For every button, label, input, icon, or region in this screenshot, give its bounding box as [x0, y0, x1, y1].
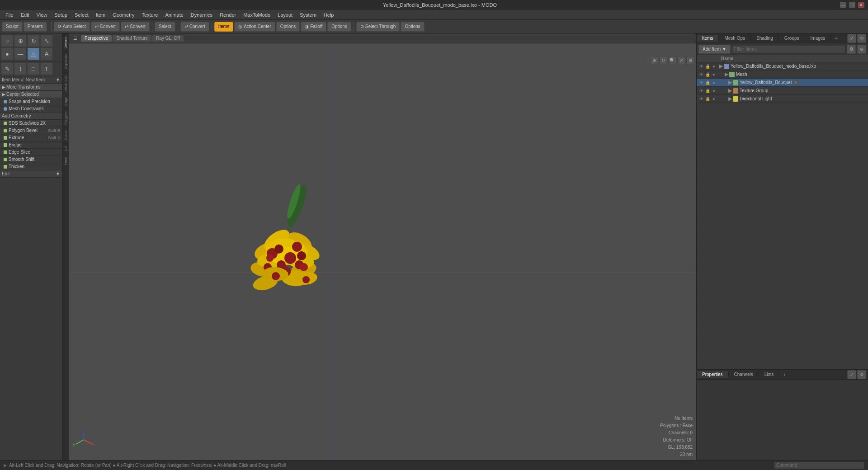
filter-icon-btn[interactable]: ⚙	[847, 45, 856, 54]
thicken-item[interactable]: Thicken	[0, 163, 62, 170]
side-label-form[interactable]: Form	[63, 154, 68, 168]
maximize-button[interactable]: □	[849, 2, 855, 8]
add-geometry-header[interactable]: Add Geometry	[0, 113, 62, 120]
menu-setup[interactable]: Setup	[51, 11, 71, 19]
item-menu-header[interactable]: Item Menu: New Item ▼	[0, 76, 62, 84]
constraints-item[interactable]: Mesh Constraints	[0, 105, 62, 113]
tree-arrow-light[interactable]: ▶	[728, 96, 732, 102]
options1-button[interactable]: Options	[276, 22, 300, 32]
presets-button[interactable]: Presets	[24, 22, 47, 32]
menu-edit[interactable]: Edit	[17, 11, 33, 19]
poly-tool-btn[interactable]: △	[27, 47, 40, 60]
panel-tab-groups[interactable]: Groups	[779, 35, 805, 42]
select-through-button[interactable]: ⊙ Select Through	[356, 22, 400, 32]
viewport-tab-perspective[interactable]: Perspective	[81, 35, 112, 42]
panel-tab-shading[interactable]: Shading	[751, 35, 779, 42]
minimize-button[interactable]: —	[840, 2, 846, 8]
polygon-bevel-item[interactable]: Polygon Bevel Shift-B	[0, 127, 62, 134]
menu-layout[interactable]: Layout	[274, 11, 296, 19]
action-center-button[interactable]: ◎ Action Center	[234, 22, 275, 32]
edge-tool-btn[interactable]: —	[14, 47, 27, 60]
menu-file[interactable]: File	[2, 11, 17, 19]
tree-item-dir-light[interactable]: 👁 🔒 ● ▶ Directional Light	[697, 95, 868, 103]
options2-button[interactable]: Options	[327, 22, 351, 32]
tree-item-file[interactable]: 👁 🔒 ● ▶ Yellow_Daffodils_Bouquet_modo_ba…	[697, 62, 868, 70]
convert3-button[interactable]: ⇄ Convert	[180, 22, 209, 32]
snaps-item[interactable]: Snaps and Precision	[0, 98, 62, 105]
item-tool-btn[interactable]: A	[40, 47, 53, 60]
center-selected-header[interactable]: ▶ Center Selected	[0, 91, 62, 98]
side-label-uv[interactable]: UV	[63, 143, 68, 154]
bottom-expand-btn[interactable]: ⤢	[847, 370, 856, 379]
side-label-edge[interactable]: Edge	[63, 94, 68, 108]
menu-system[interactable]: System	[296, 11, 320, 19]
text-tool-btn[interactable]: T	[40, 62, 53, 75]
items-button[interactable]: Items	[214, 22, 233, 32]
vp-ctrl-fit[interactable]: ⤢	[677, 56, 685, 64]
vertex-tool-btn[interactable]: ●	[1, 47, 14, 60]
menu-item[interactable]: Item	[92, 11, 109, 19]
tree-arrow-mesh[interactable]: ▶	[725, 71, 728, 77]
paint-tool-btn[interactable]: ⟨	[14, 62, 27, 75]
panel-tab-images[interactable]: Images	[805, 35, 831, 42]
bridge-item[interactable]: Bridge	[0, 141, 62, 149]
vp-ctrl-zoom-in[interactable]: 🔍	[668, 56, 676, 64]
eye-icon-bouquet[interactable]: 👁	[698, 80, 704, 85]
rotate-tool-btn[interactable]: ↻	[27, 34, 40, 47]
vp-ctrl-rotate[interactable]: ↻	[659, 56, 667, 64]
side-label-deform[interactable]: Deform	[63, 33, 68, 51]
tree-arrow-file[interactable]: ▶	[719, 63, 723, 69]
panel-expand-btn[interactable]: ⤢	[847, 34, 856, 43]
convert1-button[interactable]: ⇄ Convert	[91, 22, 120, 32]
command-input[interactable]	[774, 462, 864, 469]
eye-icon-texture[interactable]: 👁	[698, 89, 704, 93]
menu-texture[interactable]: Texture	[138, 11, 161, 19]
menu-geometry[interactable]: Geometry	[109, 11, 138, 19]
tab-channels[interactable]: Channels	[729, 371, 759, 378]
auto-select-button[interactable]: ⟳ Auto Select	[54, 22, 90, 32]
menu-maxtomodo[interactable]: MaxToModo	[240, 11, 274, 19]
panel-gear-btn[interactable]: ⚙	[857, 34, 866, 43]
eye-icon-file[interactable]: 👁	[698, 64, 704, 69]
tree-arrow-texture[interactable]: ▶	[728, 88, 732, 94]
viewport-menu-btn[interactable]: ☰	[71, 35, 80, 42]
tree-arrow-bouquet[interactable]: ▶	[728, 80, 732, 85]
tree-item-mesh[interactable]: 👁 🔒 ● ▶ Mesh	[697, 70, 868, 79]
edit-section-header[interactable]: Edit ▼	[0, 170, 62, 178]
menu-help[interactable]: Help	[320, 11, 338, 19]
extrude-item[interactable]: Extrude Shift-X	[0, 134, 62, 141]
side-label-mesh-edit[interactable]: Mesh Edit	[63, 72, 68, 94]
smooth-shift-item[interactable]: Smooth Shift	[0, 156, 62, 163]
side-label-polygon[interactable]: Polygon	[63, 108, 68, 127]
tab-lists[interactable]: Lists	[759, 371, 780, 378]
side-label-duplicate[interactable]: Duplicate	[63, 51, 68, 72]
menu-view[interactable]: View	[33, 11, 51, 19]
tree-item-bouquet[interactable]: 👁 🔒 ● ▶ Yellow_Daffodils_Bouquet ⊕	[697, 79, 868, 87]
select-button[interactable]: Select	[155, 22, 175, 32]
sds-item[interactable]: SDS Subdivide 2X	[0, 120, 62, 127]
eye-icon-light[interactable]: 👁	[698, 97, 704, 101]
viewport-tab-shading[interactable]: Shaded Texture	[113, 35, 151, 42]
close-button[interactable]: ✕	[858, 2, 864, 8]
scale-tool-btn[interactable]: ⤡	[40, 34, 53, 47]
menu-select[interactable]: Select	[71, 11, 92, 19]
convert2-button[interactable]: ⇄ Convert	[121, 22, 150, 32]
vp-ctrl-settings[interactable]: ⚙	[686, 56, 694, 64]
eye-icon-mesh[interactable]: 👁	[698, 72, 704, 77]
sculpt-button[interactable]: Sculpt	[2, 22, 23, 32]
tab-properties[interactable]: Properties	[697, 371, 729, 378]
filter-icon-btn2[interactable]: ⊕	[857, 45, 866, 54]
panel-tab-mesh-ops[interactable]: Mesh Ops	[719, 35, 751, 42]
menu-dynamics[interactable]: Dynamics	[187, 11, 216, 19]
pen-tool-btn[interactable]: ✎	[1, 62, 14, 75]
bottom-gear-btn[interactable]: ⚙	[857, 370, 866, 379]
side-label-curve[interactable]: Curve	[63, 127, 68, 143]
tree-item-texture-group[interactable]: 👁 🔒 ● ▶ Texture Group	[697, 87, 868, 95]
select-tool-btn[interactable]: ○	[1, 34, 14, 47]
tab-plus[interactable]: +	[779, 371, 789, 378]
falloff-button[interactable]: ◑ Falloff	[301, 22, 326, 32]
menu-render[interactable]: Render	[216, 11, 240, 19]
more-transforms-header[interactable]: ▶ More Transforms	[0, 84, 62, 91]
vp-ctrl-origin[interactable]: ⊕	[650, 56, 658, 64]
viewport-canvas[interactable]: x y z ⊕ ↻ 🔍 ⤢ ⚙ No Items Polygons : Fa	[69, 43, 696, 460]
